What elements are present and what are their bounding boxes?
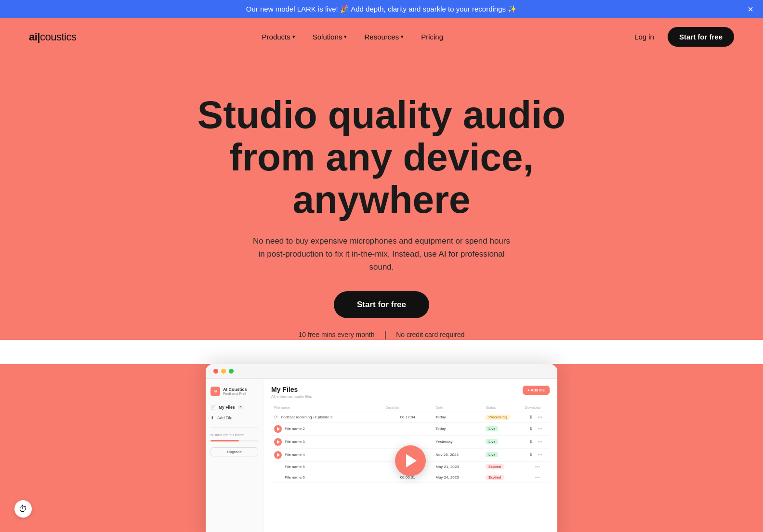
file-date: Nov 25, 2023 [433, 448, 483, 461]
file-name: Podcast recording - Episode 3 [281, 415, 332, 419]
announcement-banner: Our new model LARK is live! 🎉 Add depth,… [0, 0, 763, 18]
benefits-divider: | [384, 330, 386, 340]
benefit-no-credit-card: No credit card required [396, 331, 464, 338]
status-badge: Live [486, 452, 498, 457]
app-preview-wrapper: ai AI Coustics Ferdinand Print 📄 My File… [0, 364, 763, 532]
col-header-download: Download [522, 403, 550, 412]
sidebar-user-name: Ferdinand Print [223, 392, 247, 395]
addfile-icon: ⬆ [210, 415, 214, 420]
titlebar-dot-red [213, 369, 218, 374]
nav-solutions[interactable]: Solutions ▾ [306, 29, 354, 45]
announcement-close-button[interactable]: × [748, 4, 753, 14]
announcement-text: Our new model LARK is live! 🎉 Add depth,… [246, 5, 517, 13]
support-button[interactable]: ⏱ [14, 500, 32, 518]
myfiles-badge: 6 [238, 405, 244, 409]
nav-products[interactable]: Products ▾ [255, 29, 302, 45]
nav-pricing[interactable]: Pricing [414, 29, 450, 45]
status-badge: Expired [486, 464, 504, 469]
hero-subtitle: No need to buy expensive microphones and… [249, 234, 514, 274]
file-date: May 24, 2023 [433, 472, 483, 482]
app-titlebar [206, 364, 557, 379]
navbar: ai|coustics Products ▾ Solutions ▾ Resou… [0, 18, 763, 55]
app-main-title: My Files [271, 386, 312, 393]
start-for-free-button[interactable]: Start for free [668, 27, 734, 47]
download-icon[interactable]: ⬇ [529, 415, 533, 420]
file-name: File name 5 [285, 465, 305, 469]
app-main: My Files All enhanced audio files + Add … [263, 379, 557, 532]
table-row: ⟳ Podcast recording - Episode 3 00:12:04… [271, 412, 550, 422]
file-row-name: File name 3 [274, 438, 380, 446]
file-play-button[interactable] [274, 438, 282, 446]
app-sidebar: ai AI Coustics Ferdinand Print 📄 My File… [206, 379, 263, 532]
more-options-icon[interactable]: ••• [535, 464, 540, 469]
sidebar-logo-icon: ai [210, 387, 220, 396]
logo[interactable]: ai|coustics [29, 31, 77, 43]
play-overlay-button[interactable] [395, 445, 426, 476]
file-play-button[interactable] [274, 425, 282, 433]
status-badge: Live [486, 426, 498, 431]
file-name: File name 4 [285, 453, 305, 457]
app-preview: ai AI Coustics Ferdinand Print 📄 My File… [206, 364, 557, 532]
download-icon[interactable]: ⬇ [529, 452, 533, 457]
more-options-icon[interactable]: ••• [538, 452, 543, 457]
nav-links: Products ▾ Solutions ▾ Resources ▾ Prici… [255, 29, 450, 45]
sidebar-divider [210, 427, 258, 428]
nav-resources[interactable]: Resources ▾ [357, 29, 410, 45]
sidebar-logo: ai AI Coustics Ferdinand Print [206, 385, 263, 402]
add-file-button[interactable]: + Add file [523, 386, 550, 395]
col-header-duration: Duration [382, 403, 433, 412]
file-row-name: File name 6 [274, 475, 380, 480]
benefit-free-mins: 10 free mins every month [298, 331, 374, 338]
hero-benefits: 10 free mins every month | No credit car… [29, 330, 734, 340]
status-badge: Expired [486, 475, 504, 480]
file-row-name: ⟳ Podcast recording - Episode 3 [274, 415, 380, 420]
app-main-header: My Files All enhanced audio files + Add … [271, 386, 550, 399]
hero-cta-button[interactable]: Start for free [334, 291, 429, 318]
hero-section: Studio quality audio from any device, an… [0, 55, 763, 340]
file-play-button[interactable] [274, 451, 282, 459]
file-duration: 00:12:04 [382, 412, 433, 422]
upgrade-button[interactable]: Upgrade [210, 447, 258, 456]
status-badge: Processing [486, 415, 510, 420]
download-icon[interactable]: ⬇ [529, 439, 533, 444]
more-options-icon[interactable]: ••• [538, 439, 543, 444]
sidebar-mins-label: 60 mins left this month [206, 431, 263, 439]
play-icon [277, 427, 280, 431]
more-options-icon[interactable]: ••• [535, 475, 540, 480]
login-button[interactable]: Log in [629, 29, 660, 45]
download-icon[interactable]: ⬇ [529, 426, 533, 431]
app-body: ai AI Coustics Ferdinand Print 📄 My File… [206, 379, 557, 532]
titlebar-dot-green [229, 369, 234, 374]
app-main-subtitle: All enhanced audio files [271, 394, 312, 399]
table-row: File name 2 Today Live ⬇ ••• [271, 422, 550, 435]
titlebar-dot-yellow [221, 369, 226, 374]
more-options-icon[interactable]: ••• [538, 415, 543, 420]
status-badge: Live [486, 439, 498, 444]
sidebar-progress-fill [210, 440, 239, 441]
chevron-down-icon: ▾ [401, 34, 404, 40]
processing-icon: ⟳ [274, 415, 278, 420]
sidebar-item-addfile[interactable]: ⬆ Add File [206, 413, 263, 423]
sidebar-item-myfiles[interactable]: 📄 My Files 6 [206, 402, 263, 413]
file-name: File name 3 [285, 440, 305, 444]
file-date: Yesterday [433, 435, 483, 448]
file-name: File name 2 [285, 427, 305, 431]
myfiles-icon: 📄 [210, 405, 216, 410]
sidebar-app-name: AI Coustics [223, 387, 247, 392]
file-date: Today [433, 412, 483, 422]
file-row-name: File name 4 [274, 451, 380, 459]
file-date: Today [433, 422, 483, 435]
file-date: May 21, 2023 [433, 461, 483, 472]
nav-right: Log in Start for free [629, 27, 734, 47]
col-header-status: Status [483, 403, 522, 412]
more-options-icon[interactable]: ••• [538, 426, 543, 431]
play-icon [277, 453, 280, 457]
file-name: File name 6 [285, 475, 305, 480]
hero-title: Studio quality audio from any device, an… [194, 94, 569, 221]
sidebar-progress-bar [210, 440, 258, 441]
file-duration [382, 422, 433, 435]
chevron-down-icon: ▾ [292, 34, 295, 40]
chevron-down-icon: ▾ [344, 34, 347, 40]
play-icon [277, 440, 280, 444]
col-header-date: Date [433, 403, 483, 412]
